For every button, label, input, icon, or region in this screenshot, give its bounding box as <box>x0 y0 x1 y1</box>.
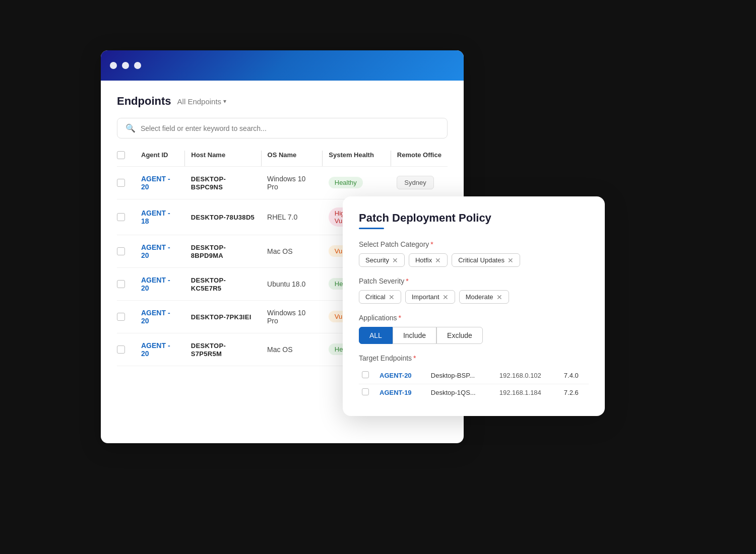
row-os: Mac OS <box>261 235 323 267</box>
target-endpoints-label: Target Endpoints * <box>359 354 589 362</box>
panel-title: Patch Deployment Policy <box>359 212 589 225</box>
office-tag: Sydney <box>397 176 433 189</box>
tag-remove-icon[interactable]: ✕ <box>443 294 449 301</box>
col-agent-id: Agent ID <box>135 151 185 166</box>
row-os: Windows 10 Pro <box>261 300 323 333</box>
table-row: AGENT - 20 DESKTOP-BSPC9NS Windows 10 Pr… <box>117 166 448 199</box>
page-header: Endpoints All Endpoints ▾ <box>117 95 448 108</box>
search-icon: 🔍 <box>125 123 136 133</box>
target-endpoints-table: AGENT-20 Desktop-BSP... 192.168.0.102 7.… <box>359 367 589 401</box>
tag-remove-icon[interactable]: ✕ <box>389 294 395 301</box>
required-star-4: * <box>413 354 416 362</box>
all-endpoints-label: All Endpoints <box>177 97 222 106</box>
tag-remove-icon[interactable]: ✕ <box>392 257 398 264</box>
required-star-3: * <box>399 314 401 322</box>
all-endpoints-dropdown[interactable]: All Endpoints ▾ <box>177 97 227 106</box>
row-health: Healthy <box>323 166 391 199</box>
target-ip: 192.168.0.102 <box>496 367 561 384</box>
col-hostname: Host Name <box>185 151 261 166</box>
search-bar: 🔍 <box>117 118 448 138</box>
patch-severity-section: Patch Severity * Critical✕Important✕Mode… <box>359 277 589 304</box>
target-agent-id: AGENT-20 <box>376 367 428 384</box>
row-os: RHEL 7.0 <box>261 199 323 235</box>
target-agent-link[interactable]: AGENT-19 <box>380 389 412 396</box>
row-hostname: DESKTOP-KC5E7R5 <box>185 267 261 300</box>
patch-category-tag: Security✕ <box>359 253 405 267</box>
agent-link[interactable]: AGENT - 18 <box>141 209 170 225</box>
target-endpoint-row: AGENT-19 Desktop-1QS... 192.168.1.184 7.… <box>359 384 589 401</box>
target-row-checkbox[interactable] <box>362 388 369 395</box>
patch-severity-tag: Critical✕ <box>359 290 401 304</box>
row-os: Ubuntu 18.0 <box>261 267 323 300</box>
agent-link[interactable]: AGENT - 20 <box>141 341 170 358</box>
agent-link[interactable]: AGENT - 20 <box>141 276 170 292</box>
window-dot-1[interactable] <box>110 62 117 69</box>
agent-link[interactable]: AGENT - 20 <box>141 243 170 259</box>
panel-divider <box>359 228 384 229</box>
row-checkbox[interactable] <box>117 313 125 321</box>
tag-remove-icon[interactable]: ✕ <box>496 294 502 301</box>
row-checkbox-cell <box>117 267 135 300</box>
row-checkbox-cell <box>117 199 135 235</box>
required-star-1: * <box>430 240 433 248</box>
app-filter-include-button[interactable]: Include <box>393 327 436 344</box>
row-hostname: DESKTOP-8BPD9MA <box>185 235 261 267</box>
page-title: Endpoints <box>117 95 171 108</box>
patch-severity-tags: Critical✕Important✕Moderate✕ <box>359 290 589 304</box>
row-checkbox-cell <box>117 235 135 267</box>
health-badge: Healthy <box>329 177 363 188</box>
select-all-header <box>117 151 135 166</box>
target-endpoints-section: Target Endpoints * AGENT-20 Desktop-BSP.… <box>359 354 589 401</box>
row-agent-id: AGENT - 20 <box>135 300 185 333</box>
patch-category-label: Select Patch Category * <box>359 240 589 248</box>
applications-section: Applications * ALLIncludeExclude <box>359 314 589 344</box>
col-os: OS Name <box>261 151 323 166</box>
row-hostname: DESKTOP-78U38D5 <box>185 199 261 235</box>
select-all-checkbox[interactable] <box>117 151 125 159</box>
patch-category-section: Select Patch Category * Security✕Hotfix✕… <box>359 240 589 267</box>
patch-severity-label: Patch Severity * <box>359 277 589 285</box>
agent-link[interactable]: AGENT - 20 <box>141 309 170 325</box>
patch-category-tags: Security✕Hotfix✕Critical Updates✕ <box>359 253 589 267</box>
patch-category-tag: Hotfix✕ <box>409 253 448 267</box>
row-agent-id: AGENT - 18 <box>135 199 185 235</box>
app-filter-exclude-button[interactable]: Exclude <box>436 327 483 344</box>
chevron-down-icon: ▾ <box>223 98 226 105</box>
search-input[interactable] <box>141 124 439 132</box>
applications-btn-group: ALLIncludeExclude <box>359 327 589 344</box>
target-checkbox-cell <box>359 384 376 401</box>
window-dot-3[interactable] <box>134 62 141 69</box>
target-agent-id: AGENT-19 <box>376 384 428 401</box>
col-office: Remote Office <box>391 151 448 166</box>
col-health: System Health <box>323 151 391 166</box>
patch-deployment-panel: Patch Deployment Policy Select Patch Cat… <box>343 196 605 416</box>
row-checkbox-cell <box>117 300 135 333</box>
row-checkbox[interactable] <box>117 213 125 221</box>
target-agent-link[interactable]: AGENT-20 <box>380 372 412 379</box>
row-checkbox[interactable] <box>117 280 125 288</box>
app-filter-all-button[interactable]: ALL <box>359 327 393 344</box>
row-checkbox[interactable] <box>117 345 125 354</box>
target-hostname: Desktop-BSP... <box>428 367 496 384</box>
tag-remove-icon[interactable]: ✕ <box>435 257 441 264</box>
row-checkbox[interactable] <box>117 179 125 187</box>
applications-label: Applications * <box>359 314 589 322</box>
target-row-checkbox[interactable] <box>362 371 369 378</box>
row-checkbox[interactable] <box>117 247 125 255</box>
target-hostname: Desktop-1QS... <box>428 384 496 401</box>
patch-severity-tag: Moderate✕ <box>459 290 509 304</box>
row-checkbox-cell <box>117 166 135 199</box>
row-agent-id: AGENT - 20 <box>135 333 185 366</box>
patch-severity-tag: Important✕ <box>405 290 455 304</box>
row-os: Windows 10 Pro <box>261 166 323 199</box>
row-agent-id: AGENT - 20 <box>135 267 185 300</box>
required-star-2: * <box>406 277 408 285</box>
window-dot-2[interactable] <box>122 62 129 69</box>
row-hostname: DESKTOP-7PK3IEI <box>185 300 261 333</box>
patch-category-tag: Critical Updates✕ <box>452 253 520 267</box>
row-agent-id: AGENT - 20 <box>135 166 185 199</box>
row-office: Sydney <box>391 166 448 199</box>
tag-remove-icon[interactable]: ✕ <box>508 257 514 264</box>
agent-link[interactable]: AGENT - 20 <box>141 175 170 191</box>
row-hostname: DESKTOP-BSPC9NS <box>185 166 261 199</box>
